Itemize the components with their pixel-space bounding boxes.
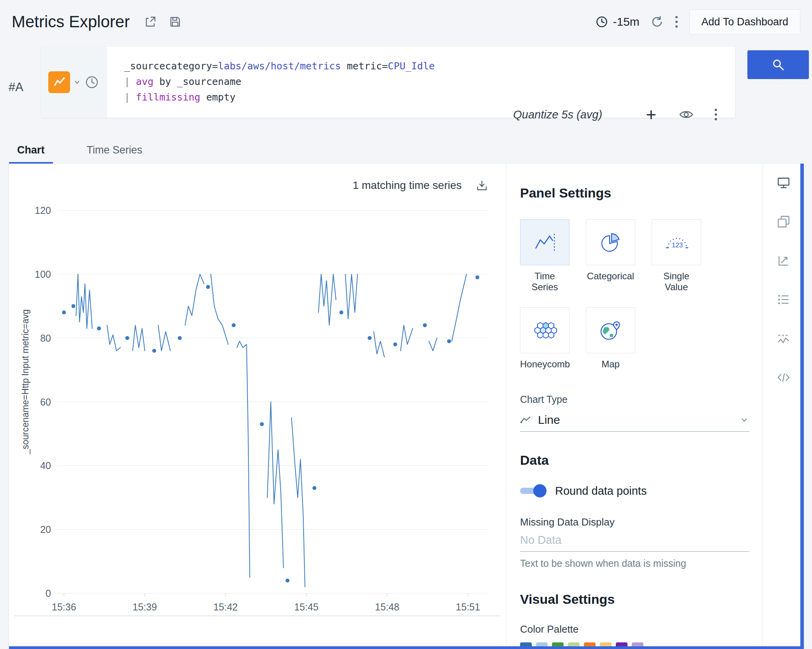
tab-time-series[interactable]: Time Series [81,143,148,164]
svg-text:80: 80 [40,333,51,344]
main-panel: 1 matching time series 02040608010012015… [9,164,804,649]
chevron-down-icon[interactable] [73,78,81,86]
query-kebab-icon[interactable] [714,108,718,121]
kebab-menu-icon[interactable] [675,15,678,28]
display-settings-icon[interactable] [776,175,791,190]
visual-settings-title: Visual Settings [520,592,749,607]
svg-text:15:51: 15:51 [456,601,480,612]
missing-data-input[interactable] [520,528,749,552]
time-series-chart[interactable]: 02040608010012015:3615:3915:4215:4515:48… [9,164,506,649]
svg-text:15:48: 15:48 [375,601,399,612]
data-section-title: Data [520,453,749,468]
legend-list-icon[interactable] [776,292,791,307]
panel-settings: Panel Settings Time Series Categorical [506,164,763,649]
eye-visibility-icon[interactable] [679,109,694,120]
missing-data-label: Missing Data Display [520,516,749,528]
pie-chart-icon [598,231,623,254]
refresh-icon[interactable] [650,15,664,28]
time-range-control[interactable]: -15m [596,15,639,28]
panel-settings-title: Panel Settings [520,185,749,201]
color-palette-label: Color Palette [520,623,749,635]
svg-text:15:36: 15:36 [52,601,76,612]
tab-chart[interactable]: Chart [12,143,50,164]
svg-text:120: 120 [35,205,51,216]
panel-type-map[interactable]: Map [586,307,635,370]
horizontal-scrollbar[interactable] [9,646,800,649]
add-query-icon[interactable]: + [646,107,656,122]
download-icon[interactable] [476,179,488,192]
chevron-down-icon [739,415,749,425]
search-button[interactable] [747,50,809,79]
time-range-value: -15m [613,15,639,28]
query-type-selector [41,47,107,118]
matching-series-label: 1 matching time series [353,179,462,192]
panel-type-categorical[interactable]: Categorical [586,219,635,293]
svg-text:15:45: 15:45 [294,601,319,612]
query-time-override-icon[interactable] [84,74,100,90]
code-icon[interactable] [776,370,791,385]
query-row: #A _sourcecategory=labs/aws/host/metrics… [0,47,812,118]
quantize-label[interactable]: Quantize 5s (avg) [513,108,602,121]
panel-type-cards: Time Series Categorical 123 Single Value [520,219,707,370]
map-globe-icon [598,319,623,342]
panel-type-single-value[interactable]: 123 Single Value [652,219,701,293]
round-data-points-label: Round data points [555,485,647,497]
honeycomb-icon [533,319,557,342]
gauge-icon: 123 [664,231,689,254]
time-series-icon [533,231,557,254]
svg-text:40: 40 [40,460,51,471]
clock-icon [596,16,608,28]
query-row-label: #A [9,80,23,94]
panel-type-honeycomb[interactable]: Honeycomb [520,307,569,370]
page-header: Metrics Explorer -15m Add To Dashboard [0,0,812,44]
svg-text:15:39: 15:39 [133,601,157,612]
query-panel: _sourcecategory=labs/aws/host/metrics me… [41,47,735,118]
threshold-icon[interactable] [776,331,791,346]
metrics-query-icon[interactable] [48,71,70,93]
svg-text:_sourcename=Http Input metric=: _sourcename=Http Input metric=avg [20,309,30,455]
view-tabs: Chart Time Series [12,143,148,164]
query-line-2: | avg by _sourcename [124,74,435,90]
line-chart-mini-icon [520,415,532,425]
svg-text:60: 60 [40,397,51,407]
chart-type-select[interactable]: Line [520,408,749,432]
query-line-1: _sourcecategory=labs/aws/host/metrics me… [124,58,435,74]
svg-text:20: 20 [40,524,51,535]
chart-type-label: Chart Type [520,394,749,405]
svg-text:100: 100 [35,269,51,280]
save-icon[interactable] [169,15,182,28]
export-icon[interactable] [144,15,157,28]
vertical-scrollbar[interactable] [800,164,804,649]
chart-area: 1 matching time series 02040608010012015… [9,164,506,649]
svg-text:123: 123 [671,242,682,249]
chart-type-value: Line [538,413,560,427]
svg-text:15:42: 15:42 [213,601,238,612]
search-icon [772,58,785,71]
overlay-panels-icon[interactable] [776,214,791,229]
query-input[interactable]: _sourcecategory=labs/aws/host/metrics me… [124,58,435,105]
svg-text:0: 0 [46,588,51,599]
panel-type-time-series[interactable]: Time Series [520,219,569,293]
add-to-dashboard-button[interactable]: Add To Dashboard [689,9,800,34]
missing-data-help: Text to be shown when data is missing [520,558,749,569]
query-line-3: | fillmissing empty [124,90,435,105]
axes-range-icon[interactable] [776,253,791,268]
page-title: Metrics Explorer [12,12,130,31]
round-data-points-toggle[interactable] [520,484,546,497]
right-toolbar [763,164,804,649]
